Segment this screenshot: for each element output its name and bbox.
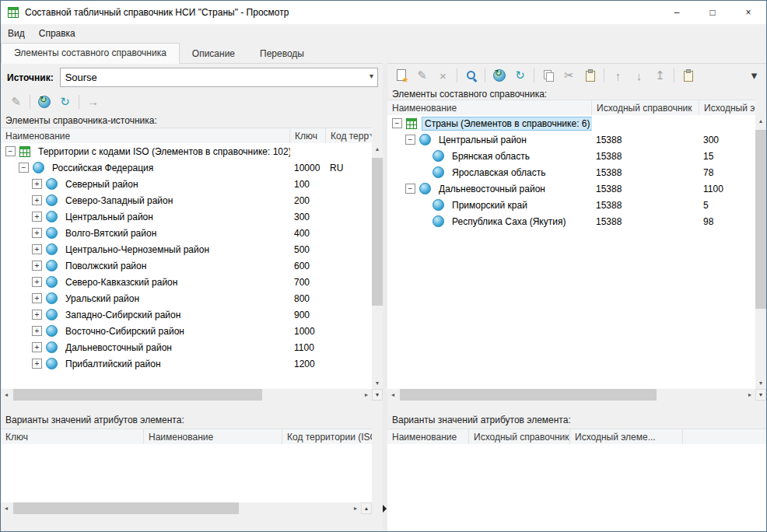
tree-row[interactable]: +Прибалтийский район1200 [1,355,372,372]
add-element-icon[interactable] [391,66,412,85]
expand-pane-button[interactable]: ▲ [361,502,372,514]
expand-plus-icon[interactable]: + [32,261,42,271]
source-tree-vscrollbar[interactable]: ▴ ▾ [372,143,383,389]
collapse-minus-icon[interactable]: − [392,118,402,128]
paste-icon[interactable] [580,66,601,85]
source-tree-hscrollbar[interactable]: ◂ ▸ [1,389,372,401]
tree-row[interactable]: +Поволжский район600 [1,257,372,274]
source-combobox[interactable]: Sourse ▾ [60,68,378,87]
column-header-source-elem[interactable]: Исходный э [699,100,755,116]
tree-row[interactable]: +Центральный район300 [1,208,372,225]
tree-row[interactable]: +Восточно-Сибирский район1000 [1,323,372,339]
scroll-thumb[interactable] [400,389,657,401]
minimize-button[interactable]: – [659,1,695,24]
tree-row[interactable]: +Северо-Кавказский район700 [1,274,372,290]
collapse-minus-icon[interactable]: − [405,135,415,145]
cut-icon[interactable]: ✂ [559,66,580,85]
edit-icon[interactable]: ✎ [412,66,433,85]
menu-help[interactable]: Справка [32,24,82,43]
column-header-source-ref[interactable]: Исходный справочник [469,429,570,445]
tab-translations[interactable]: Переводы [247,44,317,64]
globe-refresh-icon[interactable] [33,93,54,111]
tree-row[interactable]: −Республика Саха (Якутия)1538898 [387,213,755,229]
tree-row[interactable]: +Уральский район800 [1,290,372,306]
menu-view[interactable]: Вид [1,24,32,43]
expand-plus-icon[interactable]: + [32,310,42,320]
column-header-source-elem[interactable]: Исходный элеме... [570,429,683,445]
collapse-minus-icon[interactable]: − [19,163,29,173]
filter-icon[interactable] [369,133,372,140]
forward-arrow-icon[interactable]: → [82,93,103,111]
scroll-left-icon[interactable]: ◂ [1,502,12,514]
tab-description[interactable]: Описание [180,44,247,64]
delete-icon[interactable]: × [433,66,454,85]
toolbar-overflow-icon[interactable]: ▾ [744,66,765,85]
collapse-minus-icon[interactable]: − [5,146,16,156]
column-header-name[interactable]: Наименование [387,429,469,445]
tree-row[interactable]: −Дальневосточный район153881100 [387,180,755,197]
tree-row[interactable]: +Северо-Западный район200 [1,192,372,208]
column-header-territory-code[interactable]: Код терр [326,128,372,144]
scroll-up-icon[interactable]: ▴ [372,143,383,155]
expand-plus-icon[interactable]: + [32,195,42,205]
attrs-hscrollbar[interactable]: ◂ ▸ [1,502,361,514]
scroll-track[interactable] [12,502,350,514]
expand-plus-icon[interactable]: + [32,326,42,336]
splitter-arrow-icon[interactable] [383,505,387,513]
paste-special-icon[interactable] [678,66,699,85]
collapse-minus-icon[interactable]: − [405,184,415,194]
scroll-track[interactable] [372,155,383,377]
refresh-icon[interactable]: ↻ [54,93,75,111]
collapse-pane-button[interactable]: ▼ [755,389,766,401]
tree-row[interactable]: −Брянская область1538815 [387,148,755,164]
scroll-thumb[interactable] [13,389,262,401]
scroll-up-icon[interactable]: ▴ [755,115,766,127]
scroll-track[interactable] [755,127,766,377]
copy-icon[interactable] [538,66,559,85]
column-header-territory-code[interactable]: Код территории (ISO [282,429,372,445]
close-button[interactable]: × [730,1,766,24]
expand-plus-icon[interactable]: + [32,228,42,238]
scroll-track[interactable] [12,389,361,401]
scroll-thumb[interactable] [13,502,239,514]
composite-tree-vscrollbar[interactable]: ▴ ▾ [755,115,766,389]
scroll-right-icon[interactable]: ▸ [350,502,361,514]
tree-row[interactable]: +Западно-Сибирский район900 [1,306,372,323]
scroll-right-icon[interactable]: ▸ [744,389,755,401]
tree-row[interactable]: −Приморский край153885 [387,197,755,213]
tree-row[interactable]: +Дальневосточный район1100 [1,339,372,355]
move-up-icon[interactable]: ↑ [608,66,629,85]
edit-icon[interactable]: ✎ [5,93,26,111]
column-header-name[interactable]: Наименование [144,429,282,445]
expand-plus-icon[interactable]: + [32,342,42,352]
expand-plus-icon[interactable]: + [32,293,42,303]
maximize-button[interactable]: □ [695,1,730,24]
scroll-track[interactable] [398,389,744,401]
collapse-pane-button[interactable]: ▼ [372,389,383,401]
move-top-icon[interactable]: ↥ [650,66,671,85]
move-down-icon[interactable]: ↓ [629,66,650,85]
expand-plus-icon[interactable]: + [32,212,42,222]
chevron-down-icon[interactable]: ▾ [369,72,373,80]
tree-row[interactable]: −Территории с кодами ISO (Элементов в сп… [1,143,372,159]
tree-row[interactable]: −Страны (Элементов в справочнике: 6) [387,115,755,131]
column-header-source-ref[interactable]: Исходный справочник [592,100,699,116]
scroll-thumb[interactable] [372,158,383,306]
scroll-down-icon[interactable]: ▾ [755,377,766,389]
refresh-icon[interactable]: ↻ [510,66,531,85]
tab-elements[interactable]: Элементы составного справочника [1,43,180,64]
expand-plus-icon[interactable]: + [32,179,42,189]
scroll-left-icon[interactable]: ◂ [1,389,12,401]
expand-plus-icon[interactable]: + [32,244,42,254]
scroll-left-icon[interactable]: ◂ [387,389,398,401]
scroll-down-icon[interactable]: ▾ [372,377,383,389]
tree-row[interactable]: +Центрально-Черноземный район500 [1,241,372,257]
search-icon[interactable] [461,66,482,85]
scroll-thumb[interactable] [755,130,766,309]
column-header-name[interactable]: Наименование [387,100,592,116]
tree-row[interactable]: −Ярославская область1538878 [387,164,755,180]
composite-tree-hscrollbar[interactable]: ◂ ▸ [387,389,755,401]
tree-row[interactable]: −Российская Федерация10000RU [1,159,372,176]
column-header-key[interactable]: Ключ [1,429,144,445]
scroll-right-icon[interactable]: ▸ [361,389,372,401]
